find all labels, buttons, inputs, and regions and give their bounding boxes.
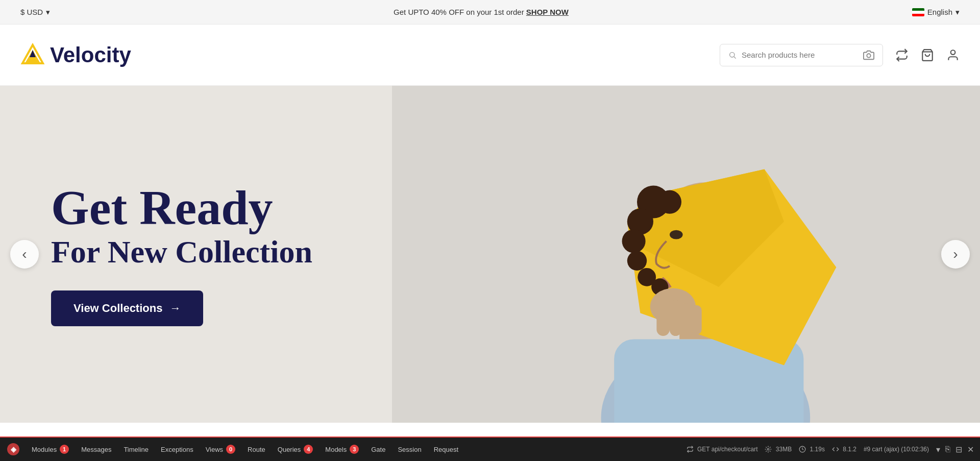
debug-logo-icon: ◈ xyxy=(6,442,20,456)
debug-tab-route[interactable]: Route xyxy=(241,444,272,455)
account-button[interactable] xyxy=(946,48,960,62)
cart-icon xyxy=(921,48,934,62)
svg-line-4 xyxy=(734,56,736,58)
compare-icon xyxy=(895,48,909,62)
debug-tab-gate[interactable]: Gate xyxy=(365,444,391,455)
debug-tab-messages[interactable]: Messages xyxy=(75,444,117,455)
debug-right-info: GET api/checkout/cart 33MB 1.19s 8.1.2 #… xyxy=(687,445,974,454)
debug-version: 8.1.2 xyxy=(832,446,856,453)
debug-tab-exceptions[interactable]: Exceptions xyxy=(155,444,200,455)
svg-point-5 xyxy=(867,54,870,57)
debug-tab-request[interactable]: Request xyxy=(428,444,464,455)
debug-bar: ◈ Modules 1 Messages Timeline Exceptions… xyxy=(0,436,980,461)
svg-point-7 xyxy=(951,50,955,55)
debug-minimize-button[interactable]: ⊟ xyxy=(955,445,962,454)
cart-button[interactable] xyxy=(921,48,934,62)
compare-button[interactable] xyxy=(895,48,909,62)
svg-point-19 xyxy=(627,251,647,271)
search-icon xyxy=(728,50,737,60)
debug-tab-models[interactable]: Models 3 xyxy=(319,443,365,456)
account-icon xyxy=(946,48,960,62)
hero-image xyxy=(392,86,980,423)
debug-cart-info: #9 cart (ajax) (10:02:36) xyxy=(864,446,929,453)
hero-section: Get Ready For New Collection View Collec… xyxy=(0,86,980,423)
debug-close-button[interactable]: ✕ xyxy=(967,445,974,454)
svg-rect-24 xyxy=(656,297,670,336)
debug-tab-modules[interactable]: Modules 1 xyxy=(26,443,75,456)
announcement-bar: $ USD ▾ Get UPTO 40% OFF on your 1st ord… xyxy=(0,0,980,25)
debug-expand-button[interactable]: ▾ xyxy=(936,445,940,454)
logo-link[interactable]: Velocity xyxy=(20,43,131,67)
svg-rect-27 xyxy=(691,305,701,335)
lang-flag-icon xyxy=(912,8,924,16)
slider-next-button[interactable]: › xyxy=(941,240,970,269)
camera-icon xyxy=(863,50,874,61)
debug-tab-views[interactable]: Views 0 xyxy=(200,443,241,456)
language-selector[interactable]: English ▾ xyxy=(912,8,960,17)
currency-chevron-icon: ▾ xyxy=(46,8,50,17)
debug-tab-queries[interactable]: Queries 4 xyxy=(272,443,320,456)
language-label: English xyxy=(927,8,952,16)
hero-title-main: Get Ready xyxy=(51,182,312,234)
svg-marker-2 xyxy=(30,50,36,57)
debug-method: GET api/checkout/cart xyxy=(687,446,758,453)
search-bar xyxy=(720,44,883,66)
svg-point-22 xyxy=(658,190,681,214)
svg-point-3 xyxy=(730,52,734,57)
currency-value: $ USD xyxy=(20,8,43,16)
svg-point-15 xyxy=(670,230,683,239)
logo-icon xyxy=(20,43,45,67)
svg-point-18 xyxy=(622,229,646,253)
lang-chevron-icon: ▾ xyxy=(955,8,960,17)
debug-memory: 33MB xyxy=(765,446,792,453)
hero-content: Get Ready For New Collection View Collec… xyxy=(0,182,312,326)
chevron-left-icon: ‹ xyxy=(22,246,27,262)
search-input[interactable] xyxy=(742,51,858,59)
logo-text: Velocity xyxy=(50,43,131,67)
debug-time: 1.19s xyxy=(799,446,825,453)
camera-search-button[interactable] xyxy=(863,50,874,61)
debug-copy-button[interactable]: ⎘ xyxy=(945,445,950,454)
chevron-right-icon: › xyxy=(953,246,958,262)
svg-rect-25 xyxy=(670,300,681,336)
debug-actions: ▾ ⎘ ⊟ ✕ xyxy=(936,445,974,454)
shop-now-link[interactable]: SHOP NOW xyxy=(526,8,569,16)
header: Velocity xyxy=(0,25,980,86)
svg-text:◈: ◈ xyxy=(10,445,17,453)
hero-title-sub: For New Collection xyxy=(51,234,312,270)
currency-selector[interactable]: $ USD ▾ xyxy=(20,8,50,17)
hero-background xyxy=(392,86,980,423)
debug-tab-session[interactable]: Session xyxy=(391,444,427,455)
announcement-text: Get UPTO 40% OFF on your 1st order SHOP … xyxy=(50,8,912,16)
svg-rect-26 xyxy=(681,303,692,336)
header-right xyxy=(720,44,960,66)
svg-point-30 xyxy=(768,449,770,451)
view-collections-button[interactable]: View Collections → xyxy=(51,290,203,326)
debug-tab-timeline[interactable]: Timeline xyxy=(117,444,155,455)
slider-prev-button[interactable]: ‹ xyxy=(10,240,39,269)
